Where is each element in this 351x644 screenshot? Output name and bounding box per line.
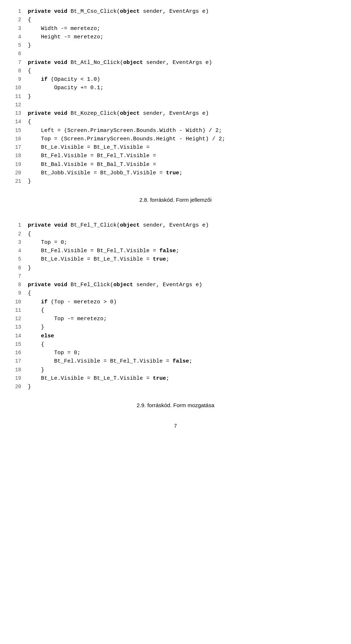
code-line: 10 if (Top - meretezo > 0) — [11, 298, 340, 306]
code-line: 14 else — [11, 332, 340, 340]
code-line: 8 { — [11, 67, 340, 75]
code-line: 4 Bt_Fel.Visible = Bt_Fel_T.Visible = fa… — [11, 247, 340, 255]
code-line: 17 Bt_Fel.Visible = Bt_Fel_T.Visible = f… — [11, 357, 340, 365]
code-line: 5 Bt_Le.Visible = Bt_Le_T.Visible = true… — [11, 255, 340, 264]
code-line: 8 private void Bt_Fel_Click(object sende… — [11, 281, 340, 289]
caption-1: 2.8. forráskód. Form jellemzői — [11, 197, 340, 203]
code-block-2: 1 private void Bt_Fel_T_Click(object sen… — [11, 221, 340, 391]
code-section-1: 1 private void Bt_M_Cso_Click(object sen… — [11, 7, 340, 203]
code-line: 3 Width -= meretezo; — [11, 24, 340, 33]
code-line: 20 Bt_Jobb.Visible = Bt_Jobb_T.Visible =… — [11, 169, 340, 177]
code-line: 20 } — [11, 383, 340, 391]
code-line: 12 — [11, 101, 340, 109]
code-line: 21 } — [11, 177, 340, 186]
code-line: 6 } — [11, 264, 340, 272]
caption-2: 2.9. forráskód. Form mozgatása — [11, 402, 340, 408]
code-line: 12 Top -= meretezo; — [11, 315, 340, 323]
code-line: 16 Top = 0; — [11, 349, 340, 357]
code-line: 7 — [11, 272, 340, 281]
code-line: 18 } — [11, 366, 340, 374]
code-line: 15 Left = (Screen.PrimaryScreen.Bounds.W… — [11, 126, 340, 135]
code-line: 10 Opacity += 0.1; — [11, 84, 340, 92]
code-line: 1 private void Bt_M_Cso_Click(object sen… — [11, 7, 340, 16]
page-number: 7 — [11, 423, 340, 429]
code-line: 4 Height -= meretezo; — [11, 33, 340, 41]
code-line: 15 { — [11, 340, 340, 349]
code-line: 13 } — [11, 323, 340, 332]
code-line: 7 private void Bt_Atl_No_Click(object se… — [11, 58, 340, 67]
code-line: 9 { — [11, 289, 340, 298]
code-block-1: 1 private void Bt_M_Cso_Click(object sen… — [11, 7, 340, 186]
code-line: 1 private void Bt_Fel_T_Click(object sen… — [11, 221, 340, 230]
code-line: 18 Bt_Fel.Visible = Bt_Fel_T.Visible = — [11, 152, 340, 160]
code-line: 19 Bt_Bal.Visible = Bt_Bal_T.Visible = — [11, 160, 340, 169]
code-line: 5 } — [11, 41, 340, 50]
code-line: 13 private void Bt_Kozep_Click(object se… — [11, 109, 340, 118]
code-line: 11 { — [11, 306, 340, 315]
code-line: 2 { — [11, 230, 340, 238]
code-line: 19 Bt_Le.Visible = Bt_Le_T.Visible = tru… — [11, 374, 340, 383]
code-section-2: 1 private void Bt_Fel_T_Click(object sen… — [11, 221, 340, 408]
code-line: 14 { — [11, 118, 340, 126]
code-line: 2 { — [11, 16, 340, 24]
code-line: 9 if (Opacity < 1.0) — [11, 75, 340, 84]
code-line: 16 Top = (Screen.PrimaryScreen.Bounds.He… — [11, 135, 340, 143]
code-line: 6 — [11, 50, 340, 58]
code-line: 11 } — [11, 92, 340, 101]
code-line: 17 Bt_Le.Visible = Bt_Le_T.Visible = — [11, 143, 340, 152]
code-line: 3 Top = 0; — [11, 238, 340, 247]
